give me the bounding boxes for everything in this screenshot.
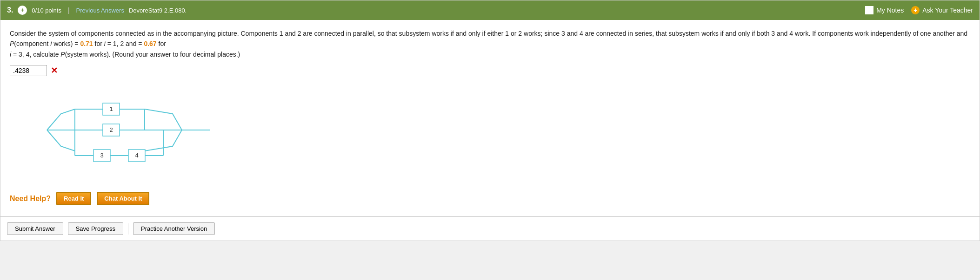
node2-label: 2: [109, 126, 113, 133]
answer-input[interactable]: [10, 65, 47, 76]
save-progress-button[interactable]: Save Progress: [68, 222, 123, 235]
node3-label: 3: [100, 152, 103, 159]
and-word: and: [126, 40, 136, 47]
answer-row: ✕: [10, 65, 970, 76]
submit-answer-button[interactable]: Submit Answer: [7, 222, 63, 235]
points-icon: +: [18, 6, 27, 15]
practice-another-button[interactable]: Practice Another Version: [133, 222, 215, 235]
val-067: 0.67: [144, 40, 156, 47]
chat-about-button[interactable]: Chat About It: [97, 192, 149, 205]
my-notes-label: My Notes: [876, 7, 904, 14]
notes-icon: [865, 6, 873, 14]
plus-circle-icon: +: [911, 6, 920, 14]
val-071: 0.71: [80, 40, 93, 47]
node1-label: 1: [109, 105, 113, 112]
my-notes-button[interactable]: My Notes: [865, 6, 904, 14]
content-area: Consider the system of components connec…: [0, 20, 980, 216]
svg-line-20: [75, 151, 93, 156]
x-mark: ✕: [51, 65, 58, 76]
divider: [128, 223, 128, 234]
ask-teacher-button[interactable]: + Ask Your Teacher: [911, 6, 973, 14]
header-right: My Notes + Ask Your Teacher: [865, 6, 973, 14]
points-text: 0/10 points: [32, 7, 61, 14]
ask-teacher-label: Ask Your Teacher: [922, 7, 973, 14]
problem-text: Consider the system of components connec…: [10, 28, 970, 59]
need-help-label: Need Help?: [10, 195, 51, 203]
header-left: 3. + 0/10 points | Previous Answers Devo…: [7, 6, 187, 15]
header-bar: 3. + 0/10 points | Previous Answers Devo…: [0, 0, 980, 20]
circuit-diagram: 1 2 3: [38, 84, 224, 176]
separator: |: [68, 7, 70, 14]
read-it-button[interactable]: Read It: [56, 192, 91, 205]
diagram-container: 1 2 3: [38, 84, 970, 178]
node4-label: 4: [135, 152, 138, 159]
question-number: 3.: [7, 6, 13, 14]
bottom-bar: Submit Answer Save Progress Practice Ano…: [0, 216, 980, 241]
textbook-ref: DevoreStat9 2.E.080.: [129, 7, 187, 14]
need-help-row: Need Help? Read It Chat About It: [10, 187, 970, 212]
previous-answers-link[interactable]: Previous Answers: [76, 7, 124, 14]
